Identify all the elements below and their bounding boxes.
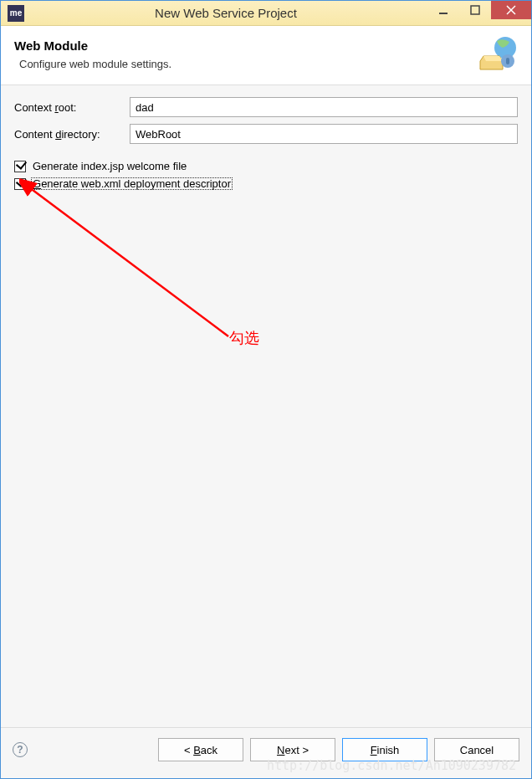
window-title: New Web Service Project (24, 6, 427, 20)
context-root-label: Context root: (14, 101, 130, 114)
content-directory-label: Content directory: (14, 128, 130, 141)
button-bar: ? < Back Next > Finish Cancel (1, 727, 531, 778)
wizard-icon (476, 36, 518, 73)
cancel-button[interactable]: Cancel (434, 738, 519, 761)
checkbox-icon (14, 178, 26, 190)
titlebar: me New Web Service Project (1, 1, 531, 26)
annotation-arrow (19, 177, 237, 345)
back-button[interactable]: < Back (158, 738, 243, 761)
finish-button[interactable]: Finish (342, 738, 427, 761)
content-area: Context root: Content directory: Generat… (1, 85, 531, 727)
close-icon (506, 5, 516, 15)
header-panel: Web Module Configure web module settings… (1, 26, 531, 85)
content-directory-input[interactable] (130, 124, 518, 144)
annotation-text: 勾选 (229, 328, 259, 348)
checkbox-group: Generate index.jsp welcome file Generate… (14, 159, 518, 191)
next-button[interactable]: Next > (250, 738, 335, 761)
minimize-icon (438, 5, 448, 15)
maximize-button[interactable] (459, 1, 491, 19)
maximize-icon (470, 5, 480, 15)
close-button[interactable] (491, 1, 531, 19)
svg-rect-6 (506, 58, 509, 64)
context-root-row: Context root: (14, 97, 518, 117)
generate-index-jsp-checkbox-row[interactable]: Generate index.jsp welcome file (14, 159, 518, 173)
page-subtitle: Configure web module settings. (19, 58, 476, 70)
help-icon[interactable]: ? (13, 742, 28, 757)
content-directory-row: Content directory: (14, 124, 518, 144)
svg-rect-0 (439, 13, 448, 14)
dialog-window: me New Web Service Project Web Module Co… (0, 0, 532, 779)
checkbox-icon (14, 161, 26, 172)
app-icon: me (8, 5, 24, 22)
generate-web-xml-checkbox-row[interactable]: Generate web.xml deployment descriptor (14, 177, 518, 191)
generate-web-xml-label: Generate web.xml deployment descriptor (31, 177, 233, 190)
svg-rect-1 (471, 6, 479, 14)
page-title: Web Module (14, 38, 476, 53)
titlebar-buttons (427, 1, 531, 25)
generate-index-jsp-label: Generate index.jsp welcome file (31, 160, 188, 172)
context-root-input[interactable] (130, 97, 518, 117)
svg-line-8 (29, 187, 228, 336)
minimize-button[interactable] (427, 1, 459, 19)
